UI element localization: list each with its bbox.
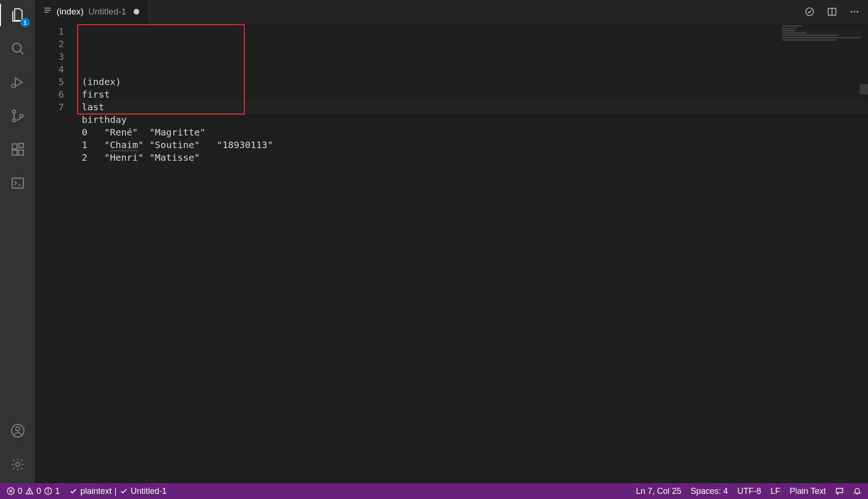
tab-title-secondary: Untitled-1 xyxy=(88,7,126,17)
code-line[interactable]: 1 "Chaim" "Soutine" "18930113" xyxy=(82,139,868,151)
bell-icon xyxy=(853,487,861,495)
code-line[interactable]: 0 "René" "Magritte" xyxy=(82,126,868,139)
svg-rect-9 xyxy=(18,150,23,155)
svg-rect-11 xyxy=(12,178,23,188)
workbench: 1 (index) xyxy=(0,0,868,483)
source-control-icon xyxy=(10,108,25,123)
tab-untitled[interactable]: (index) Untitled-1 xyxy=(35,0,148,23)
compare-icon xyxy=(804,7,815,17)
activity-settings[interactable] xyxy=(7,455,29,474)
code-line[interactable]: birthday xyxy=(82,114,868,126)
status-cursor-position[interactable]: Ln 7, Col 25 xyxy=(636,486,681,496)
svg-point-18 xyxy=(806,8,814,16)
code-area[interactable]: (index)firstlastbirthday0 "René" "Magrit… xyxy=(78,23,868,483)
file-lines-icon xyxy=(43,7,52,17)
svg-point-23 xyxy=(857,11,858,12)
svg-point-0 xyxy=(12,43,21,52)
info-squiggle: Chaim xyxy=(110,139,138,150)
activity-search[interactable] xyxy=(7,39,29,58)
more-actions-button[interactable] xyxy=(849,7,860,17)
svg-rect-7 xyxy=(12,144,17,149)
explorer-badge: 1 xyxy=(21,18,30,27)
compare-changes-button[interactable] xyxy=(804,7,815,17)
svg-rect-10 xyxy=(19,143,23,148)
svg-point-28 xyxy=(29,492,29,493)
search-icon xyxy=(10,41,25,56)
status-language-check[interactable]: plaintext | Untitled-1 xyxy=(69,486,167,496)
svg-point-3 xyxy=(11,84,15,88)
svg-point-21 xyxy=(851,11,852,12)
error-icon xyxy=(7,487,15,495)
activity-extensions[interactable] xyxy=(7,140,29,159)
status-warnings-count: 0 xyxy=(36,486,41,496)
svg-rect-8 xyxy=(12,150,17,155)
status-check-left: plaintext xyxy=(80,486,112,496)
scrollbar-thumb[interactable] xyxy=(860,84,868,94)
feedback-icon xyxy=(835,487,844,495)
activity-terminal[interactable] xyxy=(7,174,29,192)
gear-icon xyxy=(10,457,25,472)
svg-point-6 xyxy=(20,114,23,118)
status-indentation[interactable]: Spaces: 4 xyxy=(690,486,728,496)
line-number-gutter: 1234567 xyxy=(35,23,78,483)
account-icon xyxy=(10,423,25,438)
svg-point-4 xyxy=(12,110,15,113)
activity-explorer[interactable]: 1 xyxy=(7,6,29,24)
tab-title-primary: (index) xyxy=(57,7,84,17)
status-check-right: Untitled-1 xyxy=(131,486,167,496)
svg-line-1 xyxy=(20,51,23,54)
warning-icon xyxy=(25,487,34,495)
svg-point-31 xyxy=(48,489,48,490)
svg-point-13 xyxy=(15,427,20,431)
terminal-icon xyxy=(10,176,25,191)
activity-source-control[interactable] xyxy=(7,107,29,125)
status-encoding[interactable]: UTF-8 xyxy=(737,486,761,496)
status-bar: 0 0 1 plaintext | Untitled-1 Ln 7, Col 2… xyxy=(0,483,868,499)
activity-bar: 1 xyxy=(0,0,35,483)
check-icon xyxy=(69,487,78,495)
activity-run-debug[interactable] xyxy=(7,73,29,92)
editor-body[interactable]: 1234567 (index)firstlastbirthday0 "René"… xyxy=(35,23,868,483)
ellipsis-icon xyxy=(849,7,860,17)
split-icon xyxy=(827,7,837,17)
tab-bar: (index) Untitled-1 xyxy=(35,0,868,23)
status-eol[interactable]: LF xyxy=(770,486,780,496)
editor-group: (index) Untitled-1 1234567 xyxy=(35,0,868,483)
status-notifications[interactable] xyxy=(853,487,861,495)
code-line[interactable]: 2 "Henri" "Matisse" xyxy=(82,151,868,164)
code-line[interactable]: first xyxy=(82,88,868,101)
status-feedback[interactable] xyxy=(835,487,844,495)
code-line[interactable]: last xyxy=(82,101,868,114)
svg-point-22 xyxy=(854,11,855,12)
svg-point-14 xyxy=(15,463,20,467)
status-errors-count: 0 xyxy=(18,486,22,496)
extensions-icon xyxy=(10,142,25,157)
svg-point-5 xyxy=(12,119,15,122)
check-icon xyxy=(120,487,128,495)
split-editor-button[interactable] xyxy=(827,7,837,17)
activity-accounts[interactable] xyxy=(7,421,29,440)
svg-marker-2 xyxy=(15,78,22,87)
code-line[interactable]: (index) xyxy=(82,76,868,88)
dirty-indicator-icon xyxy=(134,9,139,14)
status-language-mode[interactable]: Plain Text xyxy=(790,486,826,496)
status-problems[interactable]: 0 0 1 xyxy=(7,486,60,496)
info-icon xyxy=(44,487,52,495)
status-info-count: 1 xyxy=(55,486,60,496)
editor-title-actions xyxy=(796,0,868,23)
run-debug-icon xyxy=(10,75,25,90)
